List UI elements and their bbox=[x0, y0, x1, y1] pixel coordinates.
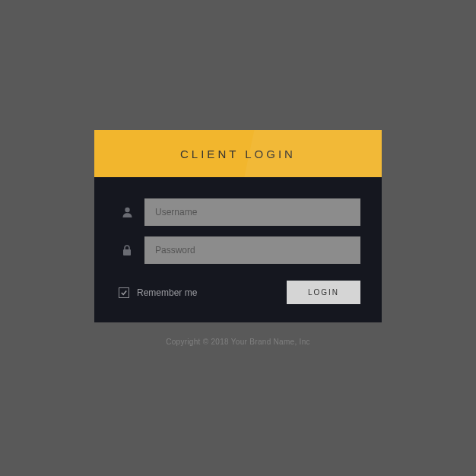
username-input[interactable] bbox=[144, 198, 360, 226]
check-icon bbox=[121, 290, 127, 296]
login-form: Remember me LOGIN bbox=[94, 177, 382, 322]
form-bottom-row: Remember me LOGIN bbox=[116, 281, 360, 304]
remember-checkbox[interactable] bbox=[119, 287, 129, 298]
remember-label: Remember me bbox=[137, 287, 197, 298]
svg-point-0 bbox=[125, 208, 129, 212]
svg-rect-1 bbox=[123, 249, 131, 255]
password-row bbox=[116, 236, 360, 264]
login-button[interactable]: LOGIN bbox=[287, 281, 360, 304]
login-card: CLIENT LOGIN bbox=[94, 130, 382, 322]
remember-me: Remember me bbox=[119, 287, 197, 298]
user-icon bbox=[116, 207, 138, 217]
password-input[interactable] bbox=[144, 236, 360, 264]
copyright-text: Copyright © 2018 Your Brand Name, Inc bbox=[166, 338, 310, 346]
header-title: CLIENT LOGIN bbox=[180, 148, 296, 160]
login-header: CLIENT LOGIN bbox=[94, 130, 382, 177]
username-row bbox=[116, 198, 360, 226]
lock-icon bbox=[116, 245, 138, 255]
